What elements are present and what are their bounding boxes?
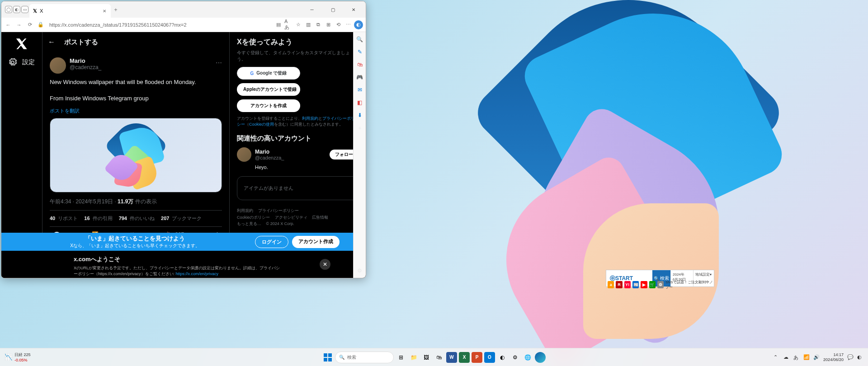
maximize-button[interactable]: ▢ [322,2,343,17]
sidebar-games-icon[interactable]: 🎮 [356,74,363,81]
sidebar-office-icon[interactable]: ◧ [356,99,363,106]
sidebar-shopping-icon[interactable]: 🛍 [356,61,363,68]
reposts-stat[interactable]: 40 リポスト [50,215,78,222]
terms-link[interactable]: 利用規約 [302,116,318,121]
related-bio: Heyo. [255,164,359,170]
back-button[interactable]: ← [4,21,12,29]
author-avatar[interactable] [50,57,66,74]
quotes-stat[interactable]: 16 件の引用 [84,215,112,222]
url-input[interactable]: https://x.com/cadenzza_/status/179191525… [47,22,272,28]
footer-terms[interactable]: 利用規約 [237,208,253,213]
excel-icon[interactable]: X [459,352,470,363]
video-icon[interactable]: ▶ [641,281,647,288]
footer-more[interactable]: もっと見る… [237,221,261,226]
sidebar-settings-icon[interactable]: ⚙ [356,267,363,274]
x-logo-icon[interactable] [15,38,28,50]
related-avatar[interactable] [237,147,251,162]
more-options-icon[interactable]: ⋯ [216,59,222,66]
google-signup-button[interactable]: G Google で登録 [237,67,300,80]
footer-ads[interactable]: 広告情報 [312,215,328,220]
outlook-icon[interactable]: O [484,352,495,363]
login-button[interactable]: ログイン [255,236,288,248]
footer-cookie[interactable]: Cookieのポリシー [237,215,270,220]
translate-icon[interactable]: Aあ [284,21,292,29]
sidebar-tools-icon[interactable]: ✎ [356,48,363,56]
news-icon[interactable]: 📰 [632,281,639,288]
privacy-url-link[interactable]: https://x.com/en/privacy [176,272,219,276]
close-tab-icon[interactable]: ✕ [103,9,107,13]
tweet-image[interactable] [50,118,222,192]
powerpoint-icon[interactable]: P [472,352,482,363]
extensions-icon[interactable]: ⊞ [324,21,332,29]
author-handle[interactable]: @cadenzza_ [70,64,101,70]
profile-icon[interactable]: ◯ [5,6,12,13]
chrome-icon[interactable]: 🌐 [522,352,533,363]
footer-accessibility[interactable]: アクセシビリティ [275,215,307,220]
notifications-icon[interactable]: 💬 [847,354,854,361]
cookie-link[interactable]: Cookieの使用 [249,122,274,127]
google-icon: G [250,71,254,76]
shop-icon[interactable]: 🛒 [649,281,656,288]
refresh-button[interactable]: ⟳ [26,21,34,29]
explorer-icon[interactable]: 📁 [408,352,419,363]
new-tab-button[interactable]: ＋ [113,7,118,12]
x-favicon-icon: 𝕏 [33,8,37,14]
minimize-button[interactable]: ─ [302,2,322,17]
lock-icon[interactable]: 🔒 [37,21,45,29]
sidebar-add-icon[interactable]: ＋ [356,124,363,131]
settings-taskbar-icon[interactable]: ⚙ [509,352,520,363]
tab-actions-icon[interactable]: ▭ [21,6,28,13]
sidebar-search-icon[interactable]: 🔍 [356,36,363,43]
signup-button[interactable]: アカウント作成 [292,236,340,248]
page-content: 設定 ← ポストする Mario @cadenzza_ ⋯ New Window… [1,32,366,278]
menu-icon[interactable]: ⋯ [344,21,352,29]
taskbar-search[interactable]: 🔍 検索 [335,352,394,363]
create-account-button[interactable]: アカウントを作成 [237,99,300,112]
wifi-icon[interactable]: 📶 [803,354,810,361]
reader-icon[interactable]: ▤ [274,21,283,29]
likes-stat[interactable]: 794 件のいいね [119,215,155,222]
footer-privacy[interactable]: プライバシーポリシー [258,208,299,213]
onedrive-icon[interactable]: ☁ [783,354,790,361]
browser-sync-icon[interactable]: ⟲ [334,21,342,29]
start-button[interactable] [322,352,333,363]
copilot-taskbar-icon[interactable]: ◐ [497,352,508,363]
chevron-up-icon[interactable]: ⌃ [774,354,780,361]
settings-nav[interactable]: 設定 [9,58,35,66]
sidebar-drop-icon[interactable]: ⬇ [356,112,363,119]
yahoo-icon[interactable]: Y! [624,281,631,288]
task-view-button[interactable]: ⊞ [396,352,406,363]
widgets-button[interactable]: 📉 日経 225 -0.05% [5,352,31,362]
word-icon[interactable]: W [446,352,457,363]
clock[interactable]: 14:17 2024/06/20 [823,352,844,362]
collections-icon[interactable]: ⧉ [314,21,322,29]
translate-link[interactable]: ポストを翻訳 [50,108,222,114]
workspace-icon[interactable]: ◐ [13,6,20,13]
browser-tab[interactable]: 𝕏 X ✕ [29,4,111,18]
empty-state: アイテムがありません [237,176,359,200]
volume-icon[interactable]: 🔊 [813,354,820,361]
close-window-button[interactable]: ✕ [343,2,364,17]
close-cookie-icon[interactable]: ✕ [320,259,330,270]
author-name[interactable]: Mario [70,57,101,64]
bookmarks-stat[interactable]: 207 ブックマーク [161,215,202,222]
split-icon[interactable]: ▥ [304,21,312,29]
favorite-icon[interactable]: ☆ [294,21,302,29]
copilot-tray-icon[interactable]: ◐ [857,354,863,361]
related-account[interactable]: Mario @cadenzza_ フォロー [237,147,359,162]
tool-icon[interactable]: ⚙ [657,281,664,288]
edge-icon[interactable] [535,352,546,363]
photos-icon[interactable]: 🖼 [421,352,432,363]
sidebar-outlook-icon[interactable]: ✉ [356,86,363,94]
stock-icon: 📉 [5,353,13,361]
estart-promo[interactable]: SNSで話題！ご注文殺到中ノブー [665,280,714,290]
banner-subtitle: Xなら、「いま」起きていることをいち早くチェックできます。 [15,243,255,249]
apple-signup-button[interactable]: Appleのアカウントで登録 [237,83,300,96]
copilot-icon[interactable]: ◐ [354,20,363,29]
back-arrow-icon[interactable]: ← [48,38,55,46]
ime-icon[interactable]: あ [793,354,800,361]
amazon-icon[interactable]: a [608,281,614,288]
forward-button[interactable]: → [15,21,23,29]
store-icon[interactable]: 🛍 [434,352,444,363]
rakuten-icon[interactable]: R [616,281,622,288]
